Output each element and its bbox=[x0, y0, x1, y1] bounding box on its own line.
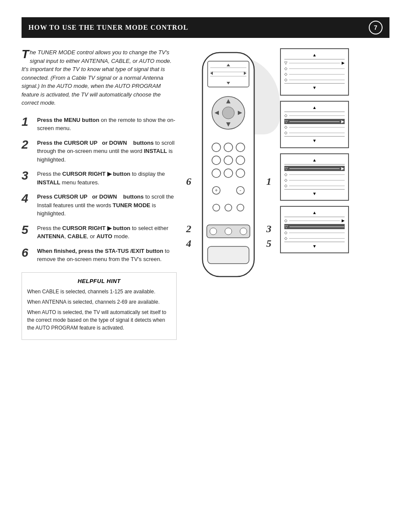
screens-column: ▲ ▽ ▶ ◇ ◇ ◇ bbox=[280, 48, 349, 340]
hint-item-2: When ANTENNA is selected, channels 2-69 … bbox=[27, 298, 171, 306]
svg-point-19 bbox=[224, 156, 233, 165]
svg-point-32 bbox=[210, 228, 217, 235]
step-text-5: Press the CURSOR RIGHT ▶ button to selec… bbox=[37, 224, 177, 241]
svg-point-33 bbox=[225, 228, 232, 235]
step-5: 5 Press the CURSOR RIGHT ▶ button to sel… bbox=[22, 224, 177, 241]
screen4-up: ▲ bbox=[284, 210, 345, 215]
badge-2: 2 bbox=[186, 223, 191, 235]
main-content: The TUNER MODE control allows you to cha… bbox=[22, 48, 389, 340]
hint-item-1: When CABLE is selected, channels 1-125 a… bbox=[27, 288, 171, 296]
svg-point-15 bbox=[212, 143, 221, 152]
svg-point-29 bbox=[225, 204, 232, 211]
screen-panel-4: ▲ ◇ ▶ ▽ ◇ ◇ bbox=[280, 206, 349, 253]
remote-wrapper: + - 6 2 4 bbox=[185, 48, 271, 315]
badge-3: 3 bbox=[266, 223, 271, 235]
badge-6: 6 bbox=[186, 176, 191, 187]
header-bar: How to Use the Tuner Mode Control 7 bbox=[22, 17, 389, 38]
svg-point-10 bbox=[222, 107, 234, 119]
svg-point-23 bbox=[236, 169, 245, 177]
svg-point-18 bbox=[212, 156, 221, 165]
step-2: 2 Press the CURSOR UP or DOWN buttons to… bbox=[22, 139, 177, 164]
svg-point-17 bbox=[236, 143, 245, 152]
step-text-3: Press the CURSOR RIGHT ▶ button to displ… bbox=[37, 170, 177, 187]
step-number-3: 3 bbox=[22, 170, 34, 182]
remote-svg: + - bbox=[194, 48, 263, 298]
step-number-2: 2 bbox=[22, 139, 34, 151]
step-6: 6 When finished, press the STA-TUS /EXIT… bbox=[22, 247, 177, 264]
screen3-up: ▲ bbox=[284, 158, 345, 162]
screen4-down: ▼ bbox=[284, 244, 345, 249]
svg-point-22 bbox=[224, 169, 233, 177]
svg-rect-35 bbox=[208, 246, 249, 264]
page: How to Use the Tuner Mode Control 7 The … bbox=[0, 0, 411, 532]
svg-point-16 bbox=[224, 143, 233, 152]
screen-panel-2: ▲ ◇ ▽ ▶ ◇ ◇ bbox=[280, 101, 349, 148]
svg-text:+: + bbox=[215, 187, 218, 193]
screen-panel-3: ▲ ▽ ▶ ◇ ◇ ◇ bbox=[280, 153, 349, 201]
steps-list: 1 Press the MENU button on the remote to… bbox=[22, 116, 177, 264]
svg-point-20 bbox=[236, 156, 245, 165]
svg-point-30 bbox=[237, 204, 244, 211]
step-number-4: 4 bbox=[22, 193, 34, 205]
remote-illustration-area: + - 6 2 4 bbox=[185, 48, 271, 340]
step-number-6: 6 bbox=[22, 247, 34, 259]
svg-point-21 bbox=[212, 169, 221, 177]
step-number-1: 1 bbox=[22, 116, 34, 128]
hint-text: When CABLE is selected, channels 1-125 a… bbox=[27, 288, 171, 332]
badge-4: 4 bbox=[186, 238, 191, 249]
step-1: 1 Press the MENU button on the remote to… bbox=[22, 116, 177, 133]
screen2-down: ▼ bbox=[284, 138, 345, 143]
hint-item-3: When AUTO is selected, the TV will autom… bbox=[27, 308, 171, 332]
hint-box: Helpful Hint When CABLE is selected, cha… bbox=[22, 272, 177, 340]
step-number-5: 5 bbox=[22, 224, 34, 236]
step-text-4: Press CURSOR UP or DOWN buttons to scrol… bbox=[37, 193, 177, 218]
step-text-6: When finished, press the STA-TUS /EXIT b… bbox=[37, 247, 177, 264]
step-text-2: Press the CURSOR UP or DOWN buttons to s… bbox=[37, 139, 177, 164]
header-title: How to Use the Tuner Mode Control bbox=[28, 24, 188, 31]
header-icon-text: 7 bbox=[374, 24, 377, 31]
screen1-down: ▼ bbox=[284, 85, 345, 90]
intro-paragraph: The TUNER MODE control allows you to cha… bbox=[22, 48, 177, 107]
step-text-1: Press the MENU button on the remote to s… bbox=[37, 116, 177, 133]
step-3: 3 Press the CURSOR RIGHT ▶ button to dis… bbox=[22, 170, 177, 187]
svg-text:-: - bbox=[240, 187, 241, 193]
screen-panel-1: ▲ ▽ ▶ ◇ ◇ ◇ bbox=[280, 48, 349, 96]
badge-5: 5 bbox=[266, 238, 271, 249]
step-4: 4 Press CURSOR UP or DOWN buttons to scr… bbox=[22, 193, 177, 218]
screen1-up: ▲ bbox=[284, 53, 345, 57]
screen3-down: ▼ bbox=[284, 191, 345, 196]
drop-cap: T bbox=[22, 48, 29, 60]
screen2-up: ▲ bbox=[284, 105, 345, 110]
svg-point-34 bbox=[240, 228, 247, 235]
header-icon: 7 bbox=[369, 21, 383, 34]
left-column: The TUNER MODE control allows you to cha… bbox=[22, 48, 177, 340]
badge-1: 1 bbox=[266, 176, 271, 187]
hint-title: Helpful Hint bbox=[27, 278, 171, 284]
svg-point-28 bbox=[213, 204, 220, 211]
